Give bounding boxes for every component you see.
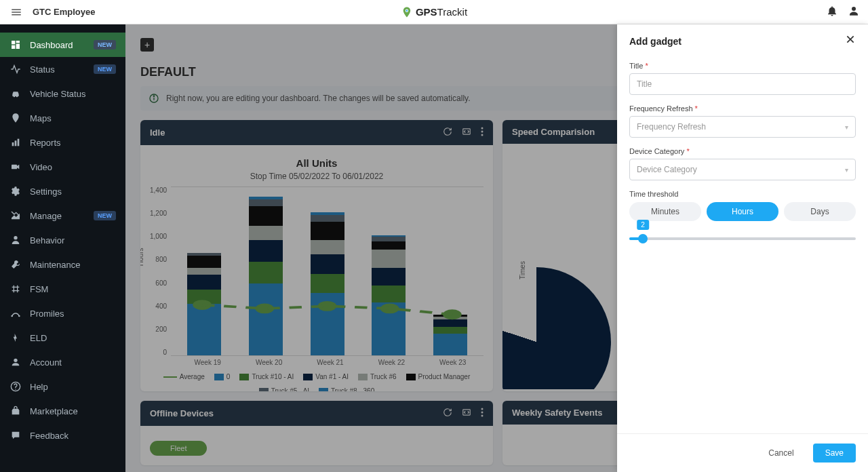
new-badge: NEW [94, 64, 116, 74]
sidebar-item-maintenance[interactable]: Maintenance [0, 252, 125, 277]
account-icon [9, 356, 22, 368]
svg-rect-4 [16, 41, 20, 43]
sidebar-item-feedback[interactable]: Feedback [0, 423, 125, 448]
sidebar-item-dashboard[interactable]: DashboardNEW [0, 33, 125, 57]
video-icon [9, 161, 22, 173]
sidebar-item-maps[interactable]: Maps [0, 106, 125, 130]
new-badge: NEW [94, 40, 116, 50]
sidebar-item-eld[interactable]: ELD [0, 326, 125, 350]
notifications-icon[interactable] [826, 5, 838, 20]
svg-point-14 [19, 315, 20, 316]
sidebar-item-promiles[interactable]: Promiles [0, 301, 125, 326]
add-gadget-panel: Add gadget Title * Frequency Refresh * F… [617, 24, 868, 472]
maps-icon [9, 112, 22, 124]
fsm-icon [9, 283, 22, 295]
svg-rect-8 [15, 140, 17, 146]
category-select[interactable]: Device Category ▾ [629, 159, 856, 180]
sidebar-item-vehicle-status[interactable]: Vehicle Status [0, 81, 125, 106]
hamburger-menu-icon[interactable] [8, 4, 24, 20]
svg-point-1 [406, 9, 408, 11]
dashboard-icon [9, 39, 22, 51]
title-input[interactable] [629, 73, 856, 95]
frequency-label: Frequency Refresh * [629, 104, 856, 113]
chevron-down-icon: ▾ [845, 123, 848, 131]
panel-title: Add gadget [629, 36, 682, 47]
behavior-icon [9, 234, 22, 246]
svg-rect-7 [12, 142, 14, 146]
sidebar-item-marketplace[interactable]: Marketplace [0, 399, 125, 423]
threshold-label: Time threshold [629, 190, 856, 198]
category-label: Device Category * [629, 147, 856, 155]
svg-rect-10 [12, 165, 17, 170]
svg-rect-6 [12, 45, 15, 49]
svg-rect-9 [18, 139, 20, 146]
threshold-minutes-button[interactable]: Minutes [629, 202, 701, 221]
reports-icon [9, 136, 22, 149]
maintenance-icon [9, 258, 22, 271]
sidebar-item-help[interactable]: Help [0, 374, 125, 399]
threshold-hours-button[interactable]: Hours [707, 202, 778, 221]
manage-icon [9, 210, 22, 222]
svg-point-12 [14, 236, 17, 239]
brand-pin-icon [401, 6, 413, 18]
sidebar-item-fsm[interactable]: FSM [0, 277, 125, 301]
threshold-slider[interactable]: 2 [629, 237, 856, 240]
vehicle-status-icon [9, 87, 22, 100]
new-badge: NEW [94, 211, 116, 220]
svg-point-2 [852, 7, 856, 11]
svg-rect-5 [16, 44, 20, 49]
profile-icon[interactable] [848, 5, 860, 20]
sidebar-item-reports[interactable]: Reports [0, 130, 125, 155]
sidebar-item-manage[interactable]: ManageNEW [0, 203, 125, 228]
help-icon [9, 380, 22, 393]
threshold-days-button[interactable]: Days [784, 202, 856, 221]
sidebar-item-settings[interactable]: Settings [0, 179, 125, 203]
sidebar-item-status[interactable]: StatusNEW [0, 57, 125, 81]
threshold-segmented-control: MinutesHoursDays [629, 202, 856, 221]
sidebar-nav: DashboardNEWStatusNEWVehicle StatusMapsR… [0, 24, 125, 472]
app-header: GTC Employee GPSTrackit [0, 0, 868, 24]
settings-icon [9, 185, 22, 197]
save-button[interactable]: Save [813, 444, 856, 463]
status-icon [9, 63, 22, 75]
marketplace-icon [9, 405, 22, 417]
title-label: Title * [629, 62, 856, 70]
frequency-select[interactable]: Frequency Refresh ▾ [629, 116, 856, 138]
promiles-icon [9, 307, 22, 319]
svg-point-13 [12, 315, 12, 316]
eld-icon [9, 332, 22, 344]
brand-logo: GPSTrackit [401, 6, 467, 18]
chevron-down-icon: ▾ [845, 166, 848, 174]
sidebar-item-account[interactable]: Account [0, 350, 125, 374]
sidebar-item-video[interactable]: Video [0, 155, 125, 179]
svg-point-15 [14, 359, 17, 362]
current-user-label: GTC Employee [33, 7, 95, 17]
cancel-button[interactable]: Cancel [756, 444, 806, 463]
sidebar-item-behavior[interactable]: Behavior [0, 228, 125, 252]
svg-point-17 [15, 389, 16, 389]
close-icon[interactable] [845, 34, 856, 48]
svg-rect-3 [12, 41, 15, 44]
feedback-icon [9, 429, 22, 441]
